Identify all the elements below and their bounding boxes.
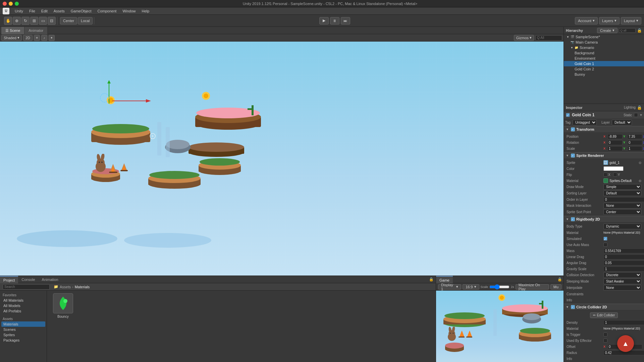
sidebar-scenes[interactable]: Scenes (1, 327, 45, 332)
move-tool[interactable]: ⊕ (13, 17, 21, 25)
sidebar-all-models[interactable]: All Models (1, 303, 45, 308)
menu-edit[interactable]: Edit (39, 8, 50, 14)
pos-x-input[interactable] (607, 134, 623, 139)
collision-select[interactable]: Discrete (603, 272, 641, 278)
window-controls[interactable] (3, 2, 19, 6)
pause-button[interactable]: ⏸ (330, 17, 339, 24)
scale-tool[interactable]: ⊞ (30, 17, 38, 25)
close-button[interactable] (3, 2, 7, 6)
rigidbody2d-header[interactable]: ▼ ✓ Rigidbody 2D (564, 216, 644, 223)
sc-x-input[interactable] (607, 146, 623, 151)
hierarchy-create[interactable]: Create ▾ (597, 28, 618, 33)
menu-window[interactable]: Window (120, 8, 138, 14)
sidebar-materials[interactable]: Materials (1, 321, 45, 327)
tab-animation[interactable]: Animation (39, 276, 62, 283)
breadcrumb-assets[interactable]: Assets (60, 285, 71, 289)
hierarchy-bunny[interactable]: Bunny (564, 72, 644, 77)
fab-button[interactable]: ▲ (617, 335, 634, 352)
audio-toggle[interactable]: ♪ (41, 35, 47, 41)
obj-active-toggle[interactable]: ✓ (566, 113, 570, 117)
linear-drag-input[interactable] (603, 254, 644, 259)
display-dropdown[interactable]: Display 1 ▾ (438, 284, 461, 290)
tab-console[interactable]: Console (18, 276, 38, 283)
sidebar-all-materials[interactable]: All Materials (1, 298, 45, 303)
tab-project[interactable]: Project (0, 276, 18, 283)
2d-toggle[interactable]: 2D (23, 35, 33, 41)
mask-select[interactable]: None (603, 203, 641, 208)
edit-collider-button[interactable]: ✏ Edit Collider (590, 312, 618, 318)
order-input[interactable] (603, 197, 644, 202)
body-type-select[interactable]: Dynamic (603, 224, 641, 229)
gizmos-dropdown[interactable]: Gizmos ▾ (514, 35, 534, 41)
shading-dropdown[interactable]: Shaded ▾ (1, 35, 22, 41)
transform-header[interactable]: ▼ ✓ Transform (564, 126, 644, 133)
mass-input[interactable] (603, 248, 644, 253)
effects-toggle[interactable]: ✦ (49, 35, 55, 41)
sprite-renderer-header[interactable]: ▼ ✓ Sprite Renderer (564, 152, 644, 159)
maximize-button[interactable] (15, 2, 19, 6)
maximize-toggle[interactable]: Maximize On Play (516, 284, 549, 290)
rot-y-input[interactable] (627, 140, 642, 145)
menu-unity[interactable]: Unity (12, 8, 26, 14)
sidebar-all-prefabs[interactable]: All Prefabs (1, 308, 45, 314)
gravity-input[interactable] (603, 266, 644, 272)
step-button[interactable]: ⏭ (341, 17, 350, 24)
scene-canvas[interactable] (0, 42, 564, 276)
simulated-check[interactable]: ✓ (603, 237, 607, 241)
hierarchy-background[interactable]: Background (564, 50, 644, 56)
pos-y-input[interactable] (627, 134, 642, 139)
hierarchy-maincamera[interactable]: 📷 Main Camera (564, 40, 644, 45)
rect-tool[interactable]: ▭ (39, 17, 47, 25)
hand-tool[interactable]: ✋ (4, 17, 12, 25)
tab-game[interactable]: Game (436, 276, 453, 283)
layout-dropdown[interactable]: Layout ▾ (621, 17, 641, 24)
rot-x-input[interactable] (607, 140, 623, 145)
interpolate-select[interactable]: None (603, 285, 641, 291)
menu-help[interactable]: Help (139, 8, 152, 14)
hierarchy-environment[interactable]: Environment (564, 56, 644, 61)
draw-mode-select[interactable]: Simple (603, 184, 641, 190)
layers-dropdown[interactable]: Layers ▾ (599, 17, 620, 24)
effector-check[interactable] (603, 339, 607, 343)
scene-search[interactable] (535, 35, 562, 41)
sort-point-select[interactable]: Center (603, 209, 641, 215)
circle-collider-header[interactable]: ▼ ✓ Circle Collider 2D (564, 304, 644, 310)
hierarchy-lock[interactable]: 🔒 (637, 28, 642, 33)
flip-y-check[interactable] (613, 173, 617, 177)
game-lock[interactable]: 🔒 (556, 277, 564, 282)
sidebar-sprites[interactable]: Sprites (1, 332, 45, 338)
density-input[interactable] (603, 320, 644, 325)
local-button[interactable]: Local (78, 17, 93, 24)
hierarchy-goldcoin1[interactable]: Gold Coin 1 (564, 61, 644, 66)
menu-gameobject[interactable]: GameObject (68, 8, 94, 14)
panel-lock[interactable]: 🔒 (427, 277, 436, 282)
angular-drag-input[interactable] (603, 260, 644, 265)
breadcrumb-materials[interactable]: Materials (75, 285, 90, 289)
tab-animator[interactable]: Animator (24, 27, 48, 34)
play-button[interactable]: ▶ (319, 17, 329, 24)
trigger-check[interactable] (603, 333, 607, 337)
lighting-toggle[interactable]: ☀ (34, 35, 40, 41)
minimize-button[interactable] (9, 2, 13, 6)
tab-scene[interactable]: ☰ Scene (1, 27, 24, 34)
hierarchy-search[interactable] (619, 28, 636, 33)
static-toggle[interactable] (634, 113, 638, 117)
auto-mass-check[interactable] (603, 243, 607, 247)
combined-tool[interactable]: ⊟ (48, 17, 56, 25)
material-pick[interactable]: ⊙ (639, 179, 641, 183)
menu-component[interactable]: Component (95, 8, 119, 14)
hierarchy-goldcoin2[interactable]: Gold Coin 2 (564, 66, 644, 72)
sidebar-packages[interactable]: Packages (1, 338, 45, 343)
mute-toggle[interactable]: Mu (550, 284, 561, 290)
hierarchy-scenario[interactable]: ▼ 📁 Scenario (564, 45, 644, 50)
sprite-pick[interactable]: ⊙ (639, 161, 641, 165)
lighting-tab[interactable]: Lighting (624, 106, 636, 109)
menu-file[interactable]: File (26, 8, 38, 14)
material-bouncy[interactable]: Bouncy (50, 293, 76, 318)
color-picker[interactable] (603, 166, 624, 171)
inspector-lock[interactable]: 🔒 (637, 105, 642, 110)
flip-x-check[interactable] (603, 173, 607, 177)
scale-slider[interactable] (489, 284, 509, 290)
ratio-dropdown[interactable]: 16:9 ▾ (463, 284, 479, 290)
project-search[interactable] (3, 284, 50, 290)
